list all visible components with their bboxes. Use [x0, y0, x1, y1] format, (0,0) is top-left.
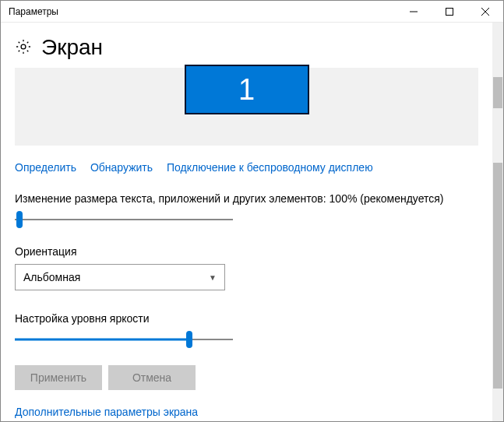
page-title: Экран — [41, 35, 103, 60]
identify-link[interactable]: Определить — [15, 161, 76, 174]
titlebar: Параметры — [1, 1, 503, 23]
additional-settings-link[interactable]: Дополнительные параметры экрана — [15, 406, 478, 418]
scale-slider[interactable] — [15, 211, 233, 228]
monitor-number: 1 — [238, 73, 255, 107]
chevron-down-icon: ▼ — [209, 273, 217, 282]
close-button[interactable] — [467, 1, 503, 22]
gear-icon — [15, 38, 32, 58]
scale-label: Изменение размера текста, приложений и д… — [15, 192, 478, 205]
brightness-label: Настройка уровня яркости — [15, 312, 478, 325]
window-title: Параметры — [9, 6, 58, 17]
svg-rect-1 — [446, 8, 453, 15]
scroll-thumb[interactable] — [493, 77, 502, 108]
wireless-link[interactable]: Подключение к беспроводному дисплею — [167, 161, 373, 174]
display-links: Определить Обнаружить Подключение к бесп… — [15, 161, 478, 174]
minimize-button[interactable] — [396, 1, 432, 22]
maximize-button[interactable] — [432, 1, 467, 22]
orientation-select[interactable]: Альбомная ▼ — [15, 264, 225, 290]
detect-link[interactable]: Обнаружить — [90, 161, 153, 174]
cancel-button[interactable]: Отмена — [108, 365, 196, 390]
orientation-label: Ориентация — [15, 245, 478, 258]
monitor-tile[interactable]: 1 — [185, 65, 309, 114]
apply-button[interactable]: Применить — [15, 365, 102, 390]
scroll-thumb[interactable] — [493, 163, 502, 389]
display-preview: 1 — [15, 68, 478, 146]
content-area: Экран 1 Определить Обнаружить Подключени… — [1, 23, 492, 421]
brightness-slider[interactable] — [15, 331, 233, 348]
scrollbar[interactable] — [492, 23, 503, 421]
orientation-value: Альбомная — [23, 271, 80, 283]
action-buttons: Применить Отмена — [15, 365, 478, 390]
svg-point-4 — [21, 44, 26, 49]
window-controls — [396, 1, 503, 22]
page-header: Экран — [15, 35, 478, 60]
